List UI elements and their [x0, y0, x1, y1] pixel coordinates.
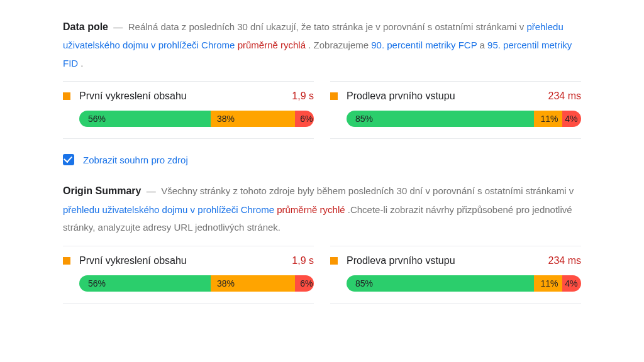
seg-avg: 38% [211, 111, 295, 127]
metric-fcp: První vykreslení obsahu 1,9 s 56% 38% 6% [63, 246, 314, 304]
seg-slow: 4% [562, 275, 581, 292]
distribution-bar: 56% 38% 6% [79, 275, 314, 292]
checkbox-label: Zobrazit souhrn pro zdroj [83, 155, 188, 165]
metric-fid: Prodleva prvního vstupu 234 ms 85% 11% 4… [330, 246, 581, 304]
status-square-icon [330, 257, 338, 265]
metric-name: První vykreslení obsahu [79, 255, 292, 266]
origin-metrics-row: První vykreslení obsahu 1,9 s 56% 38% 6%… [63, 246, 581, 304]
distribution-bar: 85% 11% 4% [347, 111, 581, 127]
metric-value: 234 ms [548, 90, 581, 102]
section-title: Data pole [63, 21, 108, 32]
metric-value: 1,9 s [292, 90, 314, 102]
status-square-icon [63, 257, 70, 265]
seg-fast: 85% [347, 275, 534, 292]
field-metrics-row: První vykreslení obsahu 1,9 s 56% 38% 6%… [63, 81, 581, 139]
seg-slow: 6% [295, 275, 314, 292]
dash: — [144, 185, 162, 196]
seg-slow: 4% [562, 111, 581, 127]
metric-name: Prodleva prvního vstupu [347, 90, 548, 102]
field-data-header: Data pole — Reálná data z posledních 30 … [63, 18, 581, 72]
seg-fast: 56% [79, 111, 211, 127]
metric-fcp: První vykreslení obsahu 1,9 s 56% 38% 6% [63, 81, 314, 139]
field-desc: Reálná data z posledních 30 dní ukazují,… [128, 21, 527, 32]
metric-fid: Prodleva prvního vstupu 234 ms 85% 11% 4… [330, 81, 581, 139]
seg-avg: 11% [534, 275, 562, 292]
status-square-icon [63, 92, 70, 100]
seg-fast: 56% [79, 275, 211, 292]
speed-label: průměrně rychlé [277, 204, 345, 215]
distribution-bar: 56% 38% 6% [79, 111, 314, 127]
fcp-percentile-link[interactable]: 90. percentil metriky FCP [371, 40, 477, 50]
dash: — [111, 21, 128, 32]
checkbox-checked-icon[interactable] [63, 154, 74, 165]
metric-name: První vykreslení obsahu [79, 90, 292, 102]
distribution-bar: 85% 11% 4% [347, 275, 581, 292]
seg-fast: 85% [347, 111, 534, 127]
seg-slow: 6% [295, 111, 314, 127]
seg-avg: 38% [211, 275, 295, 292]
show-origin-summary-toggle[interactable]: Zobrazit souhrn pro zdroj [63, 154, 581, 165]
metric-value: 234 ms [548, 255, 581, 266]
speed-label: průměrně rychlá [238, 40, 306, 50]
crux-link[interactable]: přehledu uživatelského dojmu v prohlížeč… [63, 204, 274, 215]
metric-value: 1,9 s [292, 255, 314, 266]
metric-name: Prodleva prvního vstupu [347, 255, 548, 266]
status-square-icon [330, 92, 338, 100]
seg-avg: 11% [534, 111, 562, 127]
section-title: Origin Summary [63, 185, 141, 196]
origin-summary-header: Origin Summary — Všechny stránky z tohot… [63, 182, 581, 236]
